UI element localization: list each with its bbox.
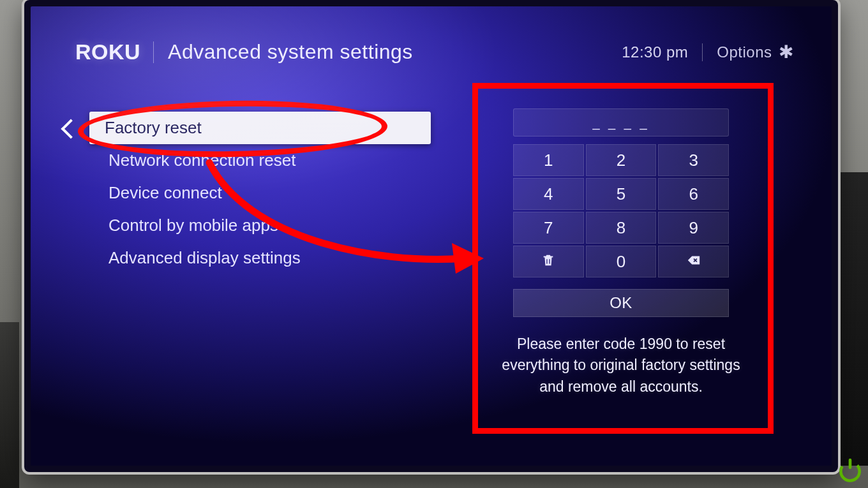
menu-item-advanced-display[interactable]: Advanced display settings [89, 242, 431, 274]
instruction-text: Please enter code 1990 to reset everythi… [487, 334, 755, 397]
key-6[interactable]: 6 [658, 178, 729, 210]
roku-logo: ROKU [75, 40, 140, 64]
options-button[interactable]: Options ✱ [717, 43, 793, 61]
menu-item-device-connect[interactable]: Device connect [89, 177, 431, 209]
tv-frame: ROKU Advanced system settings 12:30 pm O… [24, 0, 838, 472]
key-4[interactable]: 4 [513, 178, 584, 210]
backspace-icon [687, 252, 701, 272]
pin-entry-panel: _ _ _ _ 1 2 3 4 5 6 7 8 9 0 [487, 108, 755, 397]
svg-marker-0 [452, 243, 484, 274]
key-backspace[interactable] [658, 246, 729, 277]
header-bar: ROKU Advanced system settings 12:30 pm O… [31, 40, 832, 64]
key-5[interactable]: 5 [586, 178, 657, 210]
key-3[interactable]: 3 [658, 144, 729, 176]
header-divider [153, 41, 154, 63]
chevron-left-icon[interactable] [61, 119, 80, 138]
settings-menu: Factory reset Network connection reset D… [70, 112, 431, 274]
page-title: Advanced system settings [168, 40, 413, 64]
menu-item-network-reset[interactable]: Network connection reset [89, 144, 431, 177]
menu-item-factory-reset[interactable]: Factory reset [89, 112, 431, 144]
pin-display: _ _ _ _ [513, 108, 729, 137]
room-object-left [0, 322, 19, 488]
ok-button[interactable]: OK [513, 289, 729, 317]
clock: 12:30 pm [622, 43, 688, 61]
key-7[interactable]: 7 [513, 212, 584, 244]
key-1[interactable]: 1 [513, 144, 584, 176]
roku-screen: ROKU Advanced system settings 12:30 pm O… [31, 6, 832, 466]
key-9[interactable]: 9 [658, 212, 729, 244]
options-label: Options [717, 43, 772, 61]
key-trash[interactable] [513, 246, 584, 277]
menu-item-control-mobile-apps[interactable]: Control by mobile apps [89, 209, 431, 242]
numeric-keypad: 1 2 3 4 5 6 7 8 9 0 [513, 144, 729, 277]
key-2[interactable]: 2 [586, 144, 657, 176]
key-0[interactable]: 0 [586, 246, 657, 277]
svg-rect-2 [849, 459, 852, 470]
trash-icon [541, 252, 555, 272]
asterisk-icon: ✱ [779, 43, 794, 61]
key-8[interactable]: 8 [586, 212, 657, 244]
tv-bezel: ROKU Advanced system settings 12:30 pm O… [31, 6, 832, 466]
power-watermark-icon [836, 456, 864, 484]
header-divider-right [702, 43, 703, 61]
